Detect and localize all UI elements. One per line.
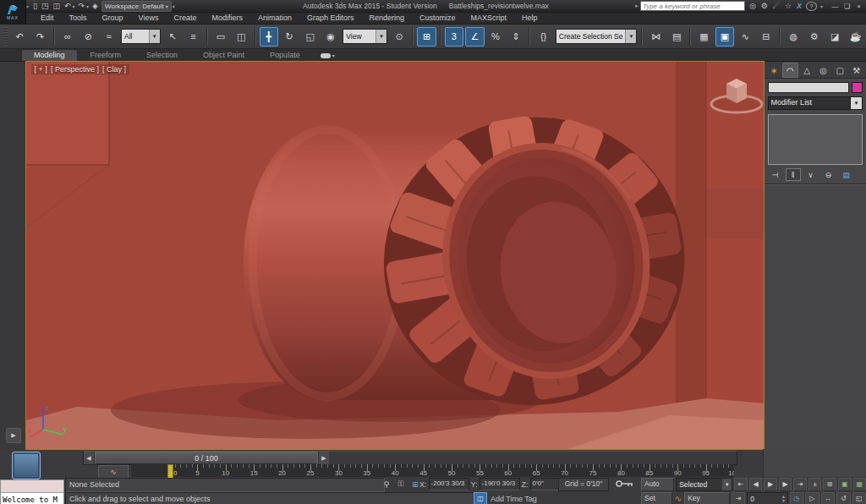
notification-icon[interactable]: ⚲ [381,479,392,490]
command-panel-tab-display[interactable]: ▢ [832,63,848,78]
time-configuration-icon[interactable]: ◷ [790,492,803,504]
angle-snap-toggle-icon[interactable]: ∠ [465,27,484,47]
search-input[interactable] [640,1,745,11]
select-and-link-icon[interactable]: ∞ [58,27,77,47]
pan-view-icon[interactable]: ↔ [821,492,835,504]
bind-to-space-warp-icon[interactable]: ≈ [100,27,118,47]
menu-rendering[interactable]: Rendering [363,13,412,24]
render-production-icon[interactable]: ☕ [846,27,864,47]
select-and-manipulate-icon[interactable]: ⊞ [417,27,436,47]
listener-macro-pane[interactable] [1,480,63,493]
modifier-list-dropdown[interactable]: Modifier List ▼ [768,96,863,110]
open-mini-curve-editor-button[interactable]: ∿ [98,465,129,479]
listener-output-pane[interactable]: Welcome to M [1,493,63,504]
search-icon[interactable]: ◎ [748,2,757,10]
show-end-result-icon[interactable]: ‖ [786,168,801,181]
previous-frame-arrow[interactable]: ◀ [84,452,95,464]
spinner-snap-toggle-icon[interactable]: ⇕ [507,27,525,47]
time-slider-handle[interactable]: 0 / 100 [95,452,318,464]
menu-group[interactable]: Group [96,13,130,24]
ribbon-display-toggle[interactable]: ▾ [321,50,335,61]
menu-customize[interactable]: Customize [413,13,463,24]
edit-named-selection-sets-icon[interactable]: {} [534,27,552,47]
manage-layers-icon[interactable]: ▦ [694,27,713,47]
ribbon-tab-freeform[interactable]: Freeform [79,50,134,61]
time-slider[interactable]: ◀ 0 / 100 ▶ [83,451,737,465]
select-and-rotate-icon[interactable]: ↻ [280,27,299,47]
play-animation-icon[interactable]: ▶ [764,478,777,491]
select-and-move-icon[interactable]: ╋ [260,27,278,47]
menu-graph-editors[interactable]: Graph Editors [300,13,361,24]
go-to-frame-icon[interactable]: ⇥ [732,492,745,504]
layout-flyout-button[interactable]: ▶ [6,428,21,443]
next-frame-arrow[interactable]: ▶ [318,452,329,464]
minimize-button[interactable]: — [830,2,841,11]
set-key-button[interactable]: Set Key [641,492,672,504]
select-object-icon[interactable]: ↖ [163,27,182,47]
render-setup-icon[interactable]: ⚙ [804,27,823,47]
redo-button-flyout-icon[interactable]: ▾ [86,3,89,9]
y-coordinate-field[interactable]: -190'0 30/3 [480,478,520,490]
pin-stack-icon[interactable]: ⊣ [768,168,783,181]
toolbar-grip[interactable] [3,27,8,46]
menu-help[interactable]: Help [515,13,545,24]
selection-set-key-dropdown[interactable]: Selected▼ [676,478,732,491]
schematic-view-icon[interactable]: ⊟ [757,27,776,47]
communication-center-icon[interactable]: ☄ [772,2,781,10]
key-filters-button[interactable]: Key Filters... [684,492,730,504]
rectangular-selection-region-icon[interactable]: ▭ [211,27,230,47]
object-color-swatch[interactable] [852,82,863,93]
key-mode-toggle-icon[interactable]: ± [808,478,822,491]
menu-create[interactable]: Create [167,13,203,24]
workspace-dropdown[interactable]: Workspace: Default ▾ [101,1,172,12]
previous-frame-icon[interactable]: ◀ [749,478,763,491]
next-frame-icon[interactable]: ▶ [779,478,792,491]
zoom-region-icon[interactable]: ◱ [852,492,866,504]
restore-button[interactable]: ❏ [841,2,852,11]
object-name-field[interactable] [768,82,849,93]
menu-edit[interactable]: Edit [34,13,61,24]
undo-icon[interactable]: ↶ [10,27,29,47]
select-by-name-icon[interactable]: ≡ [184,27,202,47]
field-of-view-icon[interactable]: ▷ [805,492,819,504]
auto-key-button[interactable]: Auto Key [641,478,674,491]
toggle-scene-explorer-icon[interactable]: ▣ [715,27,734,47]
mirror-icon[interactable]: ⋈ [646,27,665,47]
redo-button[interactable]: ↷ [78,1,86,11]
viewport-pov-menu[interactable]: [ Perspective ] [51,65,99,74]
redo-icon[interactable]: ↷ [30,27,49,47]
search-flyout-icon[interactable]: ▸ [635,3,639,9]
menu-modifiers[interactable]: Modifiers [205,13,249,24]
snaps-toggle-3d-icon[interactable]: 3 [445,27,463,47]
perspective-viewport[interactable]: z x y [ + ] [ Perspective ] [ Clay ] [26,62,764,449]
default-in-out-tangents-icon[interactable]: ∿ [674,494,682,503]
maxscript-mini-listener[interactable]: Welcome to M [0,479,64,504]
application-menu-button[interactable]: MAX [0,0,26,24]
command-panel-tab-motion[interactable]: ◎ [815,63,831,78]
ribbon-tab-modeling[interactable]: Modeling [22,50,77,61]
percent-snap-toggle-icon[interactable]: % [486,27,505,47]
new-scene-button[interactable]: ▯ [32,1,38,11]
unlink-selection-icon[interactable]: ⊘ [79,27,97,47]
command-panel-tab-utilities[interactable]: ⚒ [848,63,864,78]
menu-views[interactable]: Views [132,13,166,24]
current-frame-field[interactable]: 0▲▼ [747,492,787,504]
window-crossing-toggle-icon[interactable]: ◫ [232,27,250,47]
curve-editor-icon[interactable]: ∿ [736,27,754,47]
rendered-frame-window-icon[interactable]: ◪ [825,27,844,47]
add-time-tag[interactable]: ◫ Add Time Tag [474,492,537,504]
zoom-all-icon[interactable]: ⊞ [823,478,836,491]
ribbon-tab-selection[interactable]: Selection [134,50,189,61]
command-panel-tab-modify[interactable]: ◠ [782,63,798,78]
time-tag-icon[interactable]: ◫ [474,492,487,504]
open-file-button[interactable]: ◳ [41,1,50,11]
help-flyout-icon[interactable]: ▾ [820,3,823,9]
undo-button-flyout-icon[interactable]: ▾ [73,3,75,9]
qat-overflow-icon[interactable]: ▾ [173,3,175,9]
track-bar[interactable]: 5101520253035404550556065707580859095100 [131,464,734,477]
modifier-stack-list[interactable] [768,114,863,165]
orbit-icon[interactable]: ↺ [836,492,850,504]
reference-coordinate-system-dropdown[interactable]: View▼ [343,29,387,44]
viewport-general-menu[interactable]: [ + ] [35,65,47,74]
command-panel-tab-hierarchy[interactable]: △ [799,63,815,78]
